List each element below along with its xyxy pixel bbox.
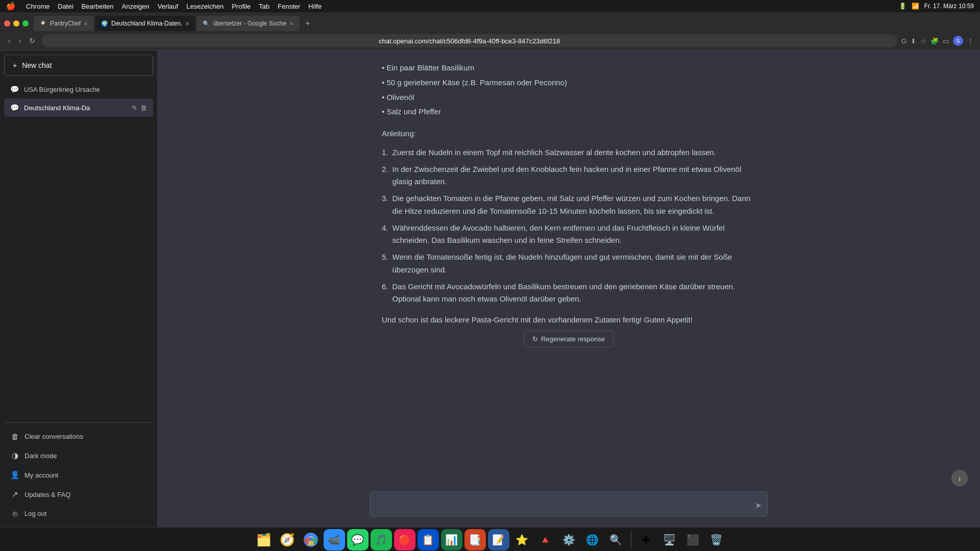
dock-trello[interactable]: 📋 (418, 529, 439, 550)
bookmark-icon[interactable]: ☆ (920, 37, 926, 45)
dock-word[interactable]: 📝 (488, 529, 509, 550)
steps-list: 1. Zuerst die Nudeln in einem Topf mit r… (382, 146, 755, 306)
step-1: 1. Zuerst die Nudeln in einem Topf mit r… (382, 146, 755, 159)
apple-menu-icon[interactable]: 🍎 (6, 2, 16, 11)
dock-finder[interactable]: 🗂️ (253, 529, 275, 550)
menubar-right: 🔋 📶 Fr. 17. März 10:59 (899, 3, 974, 10)
minimize-window-button[interactable] (13, 20, 19, 27)
chat-item-actions: ✎ 🗑 (132, 104, 147, 112)
chat-icon-deutschland: 💬 (10, 104, 19, 112)
extension-icon[interactable]: 🧩 (930, 37, 939, 45)
dock-queryman[interactable]: 🔍 (605, 529, 627, 550)
tab-google-close[interactable]: ✕ (289, 21, 293, 27)
new-chat-label: New chat (22, 61, 52, 69)
dock-drive[interactable]: 🔺 (535, 529, 556, 550)
sidebar-icon[interactable]: ▭ (943, 37, 949, 45)
step-text-6: Das Gericht mit Avocadowürfeln und Basil… (393, 281, 755, 306)
download-icon[interactable]: ⬇ (911, 37, 916, 45)
dock-settings[interactable]: ⚙️ (558, 529, 580, 550)
sidebar-item-logout[interactable]: ⎋ Log out (4, 504, 153, 523)
tab-klima[interactable]: 🌍 Deutschland Klima-Daten. ✕ (95, 16, 195, 31)
sidebar-item-clear[interactable]: 🗑 Clear conversations (4, 427, 153, 446)
google-icon[interactable]: G (901, 37, 906, 45)
url-input[interactable] (41, 34, 897, 47)
chat-messages[interactable]: Ein paar Blätter Basilikum 50 g gerieben… (157, 51, 980, 485)
menu-dots-icon[interactable]: ⋮ (967, 37, 974, 45)
wifi-icon: 📶 (912, 3, 919, 10)
menu-lesezeichen[interactable]: Lesezeichen (186, 3, 224, 10)
tab-google[interactable]: 🔍 übersetzer - Google Suche ✕ (197, 16, 299, 31)
ingredients-list: Ein paar Blätter Basilikum 50 g gerieben… (382, 61, 755, 119)
chat-input[interactable] (370, 491, 768, 517)
dock-spaces[interactable]: ⬛ (682, 529, 704, 550)
new-chat-icon: + (13, 61, 17, 69)
regenerate-button[interactable]: ↻ Regenerate response (524, 331, 614, 347)
edit-chat-button[interactable]: ✎ (132, 104, 137, 112)
browser-toolbar-icons: G ⬇ ☆ 🧩 ▭ S ⋮ (901, 36, 974, 46)
input-container: ➤ (370, 491, 768, 519)
updates-label: Updates & FAQ (24, 491, 70, 498)
tab-pantry[interactable]: 🍳 PantryChef ✕ (34, 16, 94, 31)
sidebar-item-account[interactable]: 👤 My account (4, 465, 153, 485)
dock-displays[interactable]: 🖥️ (659, 529, 680, 550)
sidebar-item-dark[interactable]: ◑ Dark mode (4, 446, 153, 465)
step-text-3: Die gehackten Tomaten in die Pfanne gebe… (393, 192, 755, 218)
sidebar-item-usa[interactable]: 💬 USA Bürgerkrieg Ursache (4, 80, 153, 98)
dock-zoom[interactable]: 📹 (324, 529, 345, 550)
dock-chrome[interactable] (300, 529, 322, 550)
sidebar-bottom: 🗑 Clear conversations ◑ Dark mode 👤 My a… (4, 422, 153, 523)
close-window-button[interactable] (4, 20, 10, 27)
new-chat-button[interactable]: + New chat (4, 55, 153, 76)
tab-klima-close[interactable]: ✕ (185, 21, 189, 27)
list-item: Ein paar Blätter Basilikum (382, 61, 755, 76)
menu-hilfe[interactable]: Hilfe (308, 3, 322, 10)
tab-klima-icon: 🌍 (101, 20, 108, 27)
menu-anzeigen[interactable]: Anzeigen (122, 3, 150, 10)
profile-avatar[interactable]: S (953, 36, 963, 46)
back-button[interactable]: ‹ (6, 35, 13, 47)
tab-klima-title: Deutschland Klima-Daten. (111, 20, 182, 27)
scroll-bottom-button[interactable]: ↓ (951, 470, 968, 486)
chat-icon-usa: 💬 (10, 85, 19, 93)
send-button[interactable]: ➤ (755, 500, 762, 510)
menu-verlauf[interactable]: Verlauf (158, 3, 178, 10)
dock-star[interactable]: ⭐ (511, 529, 533, 550)
step-num-2: 2. (382, 163, 388, 189)
new-tab-button[interactable]: + (301, 16, 315, 31)
fullscreen-window-button[interactable] (22, 20, 29, 27)
step-num-5: 5. (382, 251, 388, 277)
menu-fenster[interactable]: Fenster (278, 3, 300, 10)
tab-google-icon: 🔍 (203, 20, 210, 27)
menu-tab[interactable]: Tab (259, 3, 270, 10)
dock-tasks[interactable]: 🔴 (394, 529, 415, 550)
refresh-button[interactable]: ↻ (27, 35, 37, 47)
dock-excel[interactable]: 📊 (441, 529, 462, 550)
step-num-1: 1. (382, 146, 388, 159)
sidebar-item-deutschland[interactable]: 💬 Deutschland Klima-Da ✎ 🗑 (4, 98, 153, 117)
dock-powerpoint[interactable]: 📑 (464, 529, 486, 550)
step-text-2: In der Zwischenzeit die Zwiebel und den … (393, 163, 755, 189)
tab-google-title: übersetzer - Google Suche (213, 20, 286, 27)
updates-icon: ↗ (10, 490, 19, 499)
menu-profile[interactable]: Profile (232, 3, 251, 10)
account-icon: 👤 (10, 470, 19, 480)
dock-arc[interactable]: 🌐 (582, 529, 603, 550)
forward-button[interactable]: › (17, 35, 23, 47)
dock-spotify[interactable]: 🎵 (371, 529, 392, 550)
step-5: 5. Wenn die Tomatensoße fertig ist, die … (382, 251, 755, 277)
regenerate-container: ↻ Regenerate response (157, 327, 980, 352)
tab-pantry-title: PantryChef (50, 20, 81, 27)
dock-trash[interactable]: 🗑️ (706, 529, 727, 550)
message-content: Ein paar Blätter Basilikum 50 g gerieben… (370, 61, 768, 327)
sidebar-item-updates[interactable]: ↗ Updates & FAQ (4, 485, 153, 504)
input-area: ➤ (157, 485, 980, 527)
delete-chat-button[interactable]: 🗑 (140, 104, 147, 112)
dock-safari[interactable]: 🧭 (277, 529, 298, 550)
menu-chrome[interactable]: Chrome (26, 3, 50, 10)
menu-bearbeiten[interactable]: Bearbeiten (82, 3, 114, 10)
menu-datei[interactable]: Datei (58, 3, 73, 10)
regenerate-label: Regenerate response (541, 335, 605, 343)
tab-pantry-close[interactable]: ✕ (84, 21, 88, 27)
dock-actions[interactable]: ✚ (635, 529, 657, 550)
dock-whatsapp[interactable]: 💬 (347, 529, 369, 550)
